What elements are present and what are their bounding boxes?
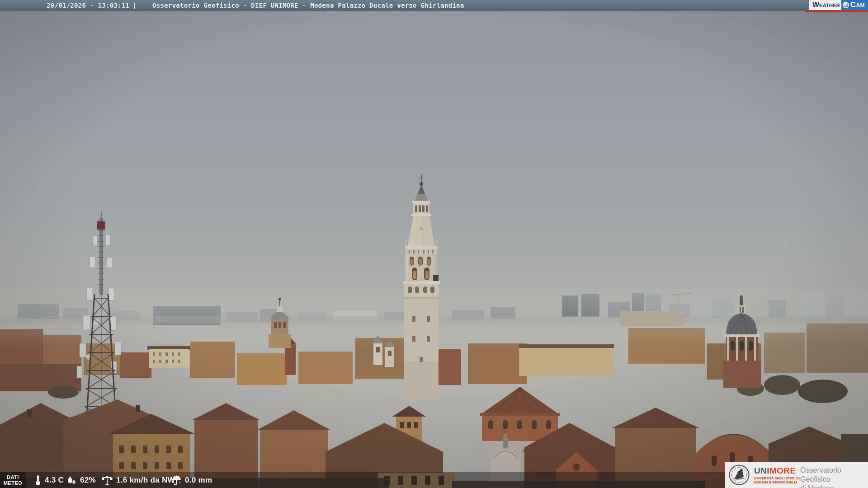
temperature-value: 4.3 C bbox=[45, 476, 64, 485]
unimore-logo-plate[interactable]: UNIMORE UNIVERSITÀ DEGLI STUDI DI MODENA… bbox=[725, 462, 868, 488]
weathercam-logo[interactable]: Weather Cam bbox=[809, 0, 868, 10]
umbrella-rain-icon bbox=[171, 475, 182, 486]
dati-meteo-label: DATI METEO bbox=[0, 472, 26, 488]
webcam-photo bbox=[0, 0, 868, 488]
temperature-reading: 4.3 C bbox=[34, 472, 64, 488]
weathercam-logo-weather-part: Weather bbox=[809, 0, 841, 10]
observatory-name-line2: di Modena bbox=[800, 484, 868, 488]
humidity-drops-icon bbox=[66, 475, 77, 486]
top-status-bar: 20/01/2026 - 13:03:11 | Osservatorio Geo… bbox=[0, 0, 868, 11]
unimore-wordmark: UNIMORE bbox=[754, 466, 796, 476]
webcam-title: Osservatorio Geofisico - DIEF UNIMORE - … bbox=[152, 2, 464, 9]
humidity-reading: 62% bbox=[66, 472, 96, 488]
unimore-subtitle-line2: MODENA E REGGIO EMILIA bbox=[754, 481, 800, 485]
thermometer-icon bbox=[34, 474, 42, 486]
camera-lens-dot-icon bbox=[843, 2, 849, 8]
humidity-value: 62% bbox=[80, 476, 96, 485]
rain-value: 0.0 mm bbox=[185, 476, 212, 485]
dati-meteo-line2: METEO bbox=[4, 480, 23, 486]
datetime-text: 20/01/2026 - 13:03:11 bbox=[47, 2, 129, 9]
unimore-uni-text: UNI bbox=[754, 466, 769, 475]
unimore-more-text: MORE bbox=[769, 466, 796, 475]
apse-cone-roof bbox=[480, 387, 560, 415]
wind-reading: 1.6 km/h da NW bbox=[101, 472, 175, 488]
rain-reading: 0.0 mm bbox=[171, 472, 212, 488]
wind-value: 1.6 km/h da NW bbox=[116, 476, 175, 485]
ghirlandina-tower bbox=[403, 174, 440, 399]
weathercam-red-underline bbox=[805, 10, 868, 12]
dati-meteo-line1: DATI bbox=[7, 474, 19, 480]
weathercam-cam-text: Cam bbox=[850, 0, 865, 9]
unimore-subtitle: UNIVERSITÀ DEGLI STUDI DI MODENA E REGGI… bbox=[754, 477, 800, 485]
unimore-seal-icon bbox=[729, 465, 750, 485]
weathercam-weather-text: Weather bbox=[812, 1, 840, 9]
title-separator: | bbox=[132, 2, 137, 9]
unimore-subtitle-line1: UNIVERSITÀ DEGLI STUDI DI bbox=[754, 477, 800, 481]
anemometer-wind-icon bbox=[101, 475, 113, 486]
observatory-name-line1: Osservatorio Geofisico bbox=[800, 466, 868, 484]
observatory-name: Osservatorio Geofisico di Modena bbox=[800, 466, 868, 488]
weathercam-logo-cam-part: Cam bbox=[841, 0, 868, 10]
red-mast-panel bbox=[97, 221, 105, 230]
